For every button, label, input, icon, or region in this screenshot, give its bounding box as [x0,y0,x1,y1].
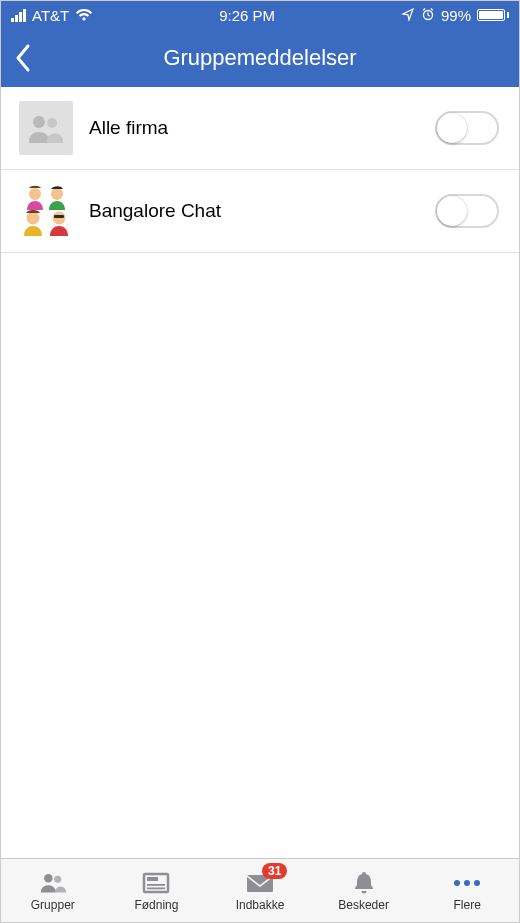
group-name-label: Alle firma [89,117,419,139]
feed-icon [141,870,171,896]
tab-fodning[interactable]: Fødning [105,859,209,922]
tab-indbakke[interactable]: 31 Indbakke [208,859,312,922]
group-toggle-alle-firma[interactable] [435,111,499,145]
signal-icon [11,9,26,22]
group-toggle-bangalore-chat[interactable] [435,194,499,228]
group-generic-icon [19,101,73,155]
svg-rect-12 [147,884,165,886]
battery-icon [477,9,509,21]
group-list: Alle firma [1,87,519,858]
back-button[interactable] [1,29,45,87]
carrier-label: AT&T [32,7,69,24]
svg-rect-13 [147,887,165,889]
avatar [19,101,73,155]
notifications-icon [349,870,379,896]
tab-grupper[interactable]: Grupper [1,859,105,922]
tab-label: Flere [454,898,481,912]
svg-rect-7 [54,215,64,218]
svg-point-5 [27,212,40,225]
status-right: 99% [401,7,509,24]
avatar [19,184,73,238]
tab-label: Grupper [31,898,75,912]
inbox-badge: 31 [262,863,287,879]
group-row-alle-firma: Alle firma [1,87,519,170]
svg-point-1 [33,116,45,128]
group-name-label: Bangalore Chat [89,200,419,222]
status-left: AT&T [11,7,93,24]
page-title: Gruppemeddelelser [1,45,519,71]
tab-label: Indbakke [236,898,285,912]
tab-flere[interactable]: Flere [415,859,519,922]
header: Gruppemeddelelser [1,29,519,87]
svg-point-3 [29,188,41,200]
screen: AT&T 9:26 PM 99% Gruppemeddelelser [0,0,520,923]
alarm-icon [421,7,435,24]
status-bar: AT&T 9:26 PM 99% [1,1,519,29]
svg-point-2 [47,118,57,128]
status-time: 9:26 PM [219,7,275,24]
groups-icon [38,870,68,896]
tab-label: Beskeder [338,898,389,912]
tab-bar: Grupper Fødning 31 Indbakke Beskeder F [1,858,519,922]
tab-beskeder[interactable]: Beskeder [312,859,416,922]
svg-point-9 [54,875,61,882]
group-row-bangalore-chat: Bangalore Chat [1,170,519,253]
group-people-icon [19,184,73,238]
svg-rect-11 [147,877,158,881]
more-icon [452,870,482,896]
location-icon [401,7,415,24]
battery-pct: 99% [441,7,471,24]
wifi-icon [75,8,93,22]
svg-point-4 [51,188,63,200]
svg-point-8 [44,874,52,882]
tab-label: Fødning [134,898,178,912]
